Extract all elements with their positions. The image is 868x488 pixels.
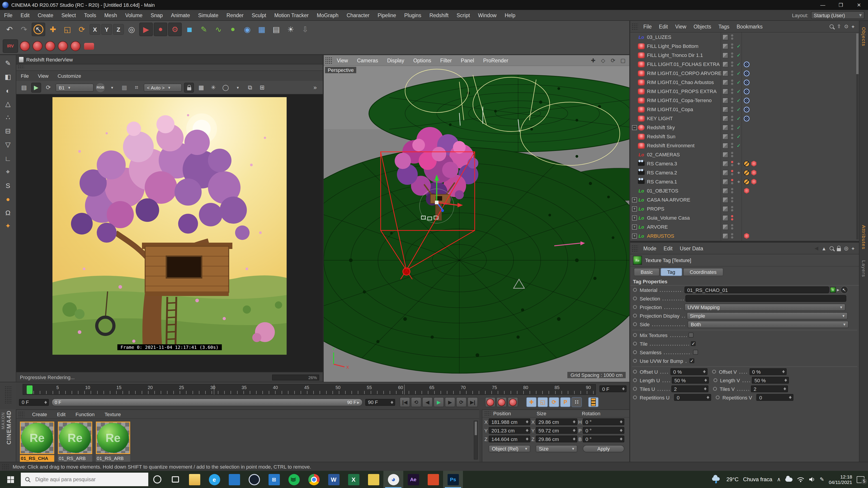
projection-dropdown[interactable]: UVW Mapping xyxy=(684,303,845,311)
visibility-dots[interactable] xyxy=(730,161,734,166)
am-drag-handle[interactable] xyxy=(631,245,638,252)
menu-item[interactable]: Character xyxy=(342,12,373,18)
material-field[interactable]: 01_RS_CHAO_01 xyxy=(684,287,829,293)
tab-layers[interactable]: Layers xyxy=(861,260,867,277)
transport-button[interactable]: |◀ xyxy=(400,397,410,407)
object-name[interactable]: Redshift Environment xyxy=(647,143,694,148)
expand-toggle[interactable] xyxy=(632,215,637,220)
menu-item[interactable]: Redshift xyxy=(426,12,453,18)
visibility-dots[interactable] xyxy=(730,89,734,94)
visibility-dots[interactable] xyxy=(730,233,734,238)
toolbar-button-icon[interactable]: ▶ xyxy=(139,23,153,36)
om-scrollbar[interactable] xyxy=(856,33,859,239)
perspective-viewport[interactable]: ViewCamerasDisplayOptionsFilterPanelProR… xyxy=(324,55,629,382)
layer-swatch[interactable] xyxy=(722,116,728,121)
redshift-toolbar-icon[interactable] xyxy=(32,40,43,52)
keyframe-presets[interactable] xyxy=(588,397,598,407)
layer-swatch[interactable] xyxy=(722,224,728,230)
tab-basic[interactable]: Basic xyxy=(634,268,659,276)
object-name[interactable]: CASA NA ARVORE xyxy=(647,197,690,202)
material-preview[interactable] xyxy=(58,422,92,454)
taskbar-app[interactable]: W xyxy=(324,471,344,488)
size-y-field[interactable]: 59.72 cm xyxy=(536,427,577,434)
visibility-dots[interactable] xyxy=(730,197,734,202)
menu-item[interactable]: Motion Tracker xyxy=(270,12,313,18)
taskbar-app[interactable] xyxy=(264,471,284,488)
object-name[interactable]: 01_OBJETOS xyxy=(647,188,678,193)
material-node-arrow[interactable]: ▸ xyxy=(837,287,839,293)
transport-button[interactable]: ⟲ xyxy=(411,397,421,407)
add-icon[interactable]: + xyxy=(851,24,855,29)
visibility-dots[interactable] xyxy=(730,143,734,148)
enabled-toggle[interactable] xyxy=(736,116,742,121)
transport-button[interactable]: ▶ xyxy=(434,397,444,407)
mode-toolbar-icon[interactable]: ✦ xyxy=(2,220,14,232)
viewport-menu-item[interactable]: Filter xyxy=(436,58,456,63)
toolbar-button-icon[interactable]: ◎ xyxy=(125,23,138,36)
snapshot-icon[interactable]: ▤ xyxy=(19,83,29,92)
pos-y-field[interactable]: 201.23 cm xyxy=(489,427,530,434)
taskbar-app[interactable] xyxy=(423,471,443,488)
viewport-menu-item[interactable]: Panel xyxy=(456,58,479,63)
layer-swatch[interactable] xyxy=(722,52,728,58)
rot-h-field[interactable]: 0 ° xyxy=(583,418,624,425)
renderview-menu-item[interactable]: File xyxy=(16,73,33,78)
task-view-button[interactable] xyxy=(166,471,184,488)
visibility-dots[interactable] xyxy=(730,98,734,103)
grid-icon[interactable]: ▦ xyxy=(196,83,206,92)
object-name[interactable]: ARBUSTOS xyxy=(647,233,674,238)
tiles-v-field[interactable]: 2 xyxy=(751,385,788,392)
visibility-dots[interactable] xyxy=(730,152,734,157)
menu-item[interactable]: Render xyxy=(222,12,248,18)
channel-button[interactable]: RGB xyxy=(96,83,105,92)
toolbar-button-icon[interactable]: ✚ xyxy=(46,23,60,36)
mode-toolbar-icon[interactable]: △ xyxy=(2,98,14,110)
expand-toggle[interactable] xyxy=(632,224,637,229)
om-menu-item[interactable]: File xyxy=(640,24,655,29)
taskbar-app[interactable] xyxy=(304,471,324,488)
object-name[interactable]: FILL LIGHT.01_FOLHAS EXTRA xyxy=(647,61,720,67)
am-menu-item[interactable]: User Data xyxy=(676,246,707,251)
mode-toolbar-icon[interactable]: ⊟ xyxy=(2,125,14,137)
object-tags[interactable] xyxy=(744,97,749,103)
toolbar-button-icon[interactable]: X xyxy=(90,24,100,35)
viewport-menu-item[interactable]: ProRender xyxy=(478,58,513,63)
visibility-dots[interactable] xyxy=(730,61,734,67)
enabled-toggle[interactable] xyxy=(736,142,742,149)
redshift-toolbar-icon[interactable] xyxy=(111,39,125,53)
visibility-dots[interactable] xyxy=(730,43,734,49)
taskbar-app[interactable] xyxy=(244,471,264,488)
menu-item[interactable]: Simulate xyxy=(194,12,223,18)
onedrive-icon[interactable] xyxy=(785,477,793,482)
material-name[interactable]: 01_RS_CHA xyxy=(20,455,54,462)
toolbar-button-icon[interactable]: ● xyxy=(154,23,167,36)
menu-item[interactable]: Create xyxy=(34,12,57,18)
om-menu-item[interactable]: Tags xyxy=(715,24,733,29)
history-back-icon[interactable]: ◀ xyxy=(814,246,818,251)
taskbar-app[interactable] xyxy=(224,471,244,488)
material-name[interactable]: 01_RS_ARB xyxy=(96,455,130,462)
tab-attributes[interactable]: Attributes xyxy=(861,225,867,250)
layer-swatch[interactable] xyxy=(722,88,728,94)
size-x-field[interactable]: 29.86 cm xyxy=(536,418,577,425)
volume-icon[interactable] xyxy=(809,477,815,482)
mode-toolbar-icon[interactable]: S xyxy=(2,179,14,192)
enabled-toggle[interactable] xyxy=(736,125,742,130)
object-row[interactable]: 01_OBJETOS xyxy=(630,186,859,195)
restart-render-icon[interactable]: ⟳ xyxy=(43,83,53,92)
timeline-scrollbar[interactable]: 0 F 90 F ▸ xyxy=(52,398,363,406)
pixel-grid-icon[interactable]: ▩ xyxy=(119,83,129,92)
enabled-toggle[interactable] xyxy=(736,161,742,166)
expand-toggle[interactable] xyxy=(632,170,637,175)
expand-toggle[interactable] xyxy=(632,161,637,166)
redshift-toolbar-icon[interactable] xyxy=(19,40,31,52)
material-slot[interactable]: 01_RS_ARB xyxy=(58,422,93,462)
expand-toggle[interactable] xyxy=(632,62,637,67)
object-name[interactable]: RIM LIGHT.01_PROPS EXTRA xyxy=(647,89,717,94)
toolbar-button-icon[interactable]: ↶ xyxy=(3,23,16,36)
toolbar-button-icon[interactable]: ⟳ xyxy=(75,23,89,36)
record-button[interactable] xyxy=(485,397,495,407)
object-row[interactable]: RS Camera.2 xyxy=(630,168,859,177)
viewport-menu-item[interactable]: View xyxy=(332,58,352,63)
transport-button[interactable]: ⟳ xyxy=(456,397,467,407)
